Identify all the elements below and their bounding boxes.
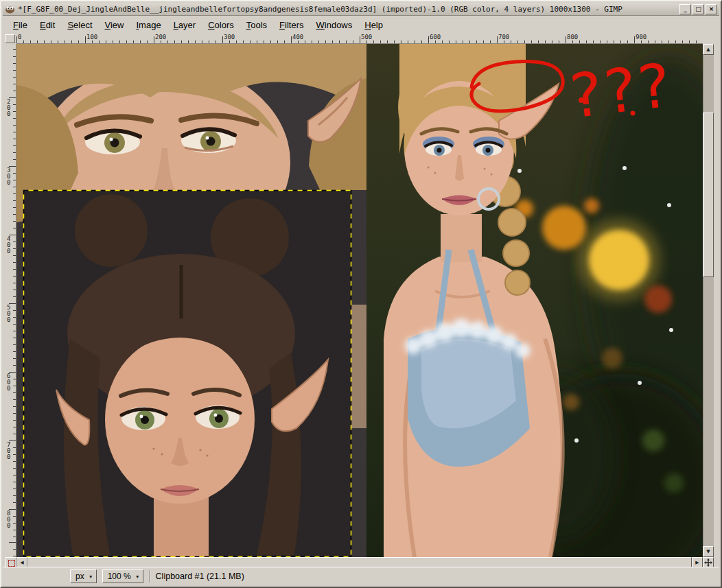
ruler-label: 800 [567,34,578,40]
unit-dropdown[interactable]: px ▼ [70,569,97,583]
zoom-dropdown[interactable]: 100 % ▼ [102,569,143,583]
ruler-label: 500 [361,34,372,40]
window-title: *[F_G8F_00_Dej_JingleAndBelle__jingleand… [18,5,677,14]
maximize-button[interactable]: □ [692,4,704,14]
ruler-label: 0 [18,34,21,40]
elf-girl [384,44,563,557]
menu-file[interactable]: File [7,18,34,32]
ruler-label: 100 [86,34,97,40]
window-controls: _ □ × [679,4,717,14]
ruler-label: 600 [430,34,441,40]
menu-view[interactable]: View [99,18,130,32]
menu-select[interactable]: Select [61,18,98,32]
vertical-scroll-thumb[interactable] [703,113,714,277]
menu-windows[interactable]: Windows [310,18,359,32]
menu-edit[interactable]: Edit [34,18,61,32]
chevron-down-icon: ▼ [89,574,93,579]
ruler-label: 500 [7,305,11,323]
menu-tools[interactable]: Tools [240,18,273,32]
horizontal-ruler[interactable]: 0 100 200 300 400 500 600 700 800 900 [16,34,703,44]
ruler-label: 200 [7,99,11,117]
canvas-artwork: ??? [16,44,703,557]
ruler-label: 700 [498,34,509,40]
chevron-down-icon: ▼ [135,574,140,579]
menu-filters[interactable]: Filters [273,18,310,32]
left-panel-render [16,44,366,557]
vertical-ruler[interactable]: 200 300 400 500 600 700 800 [5,44,16,557]
menu-help[interactable]: Help [358,18,389,32]
scroll-up-button[interactable]: ▲ [703,44,714,55]
menu-bar: File Edit Select View Image Layer Colors… [3,16,719,34]
ruler-label: 700 [7,442,11,460]
gimp-wilber-icon [5,5,15,14]
ruler-label: 600 [7,373,11,392]
ruler-corner[interactable] [5,34,15,43]
status-bar: px ▼ 100 % ▼ Clipboard #1 (21.1 MB) [3,567,719,585]
vertical-scrollbar[interactable]: ▲ ▼ [703,44,714,557]
christmas-elf-render: ??? [366,44,703,557]
gimp-window: *[F_G8F_00_Dej_JingleAndBelle__jingleand… [0,0,722,588]
menu-image[interactable]: Image [130,18,167,32]
scroll-down-button[interactable]: ▼ [703,546,714,557]
canvas[interactable]: ??? [16,44,703,557]
ruler-label: 800 [7,510,11,529]
ruler-label: 300 [224,34,235,40]
ruler-label: 200 [155,34,166,40]
menu-layer[interactable]: Layer [167,18,202,32]
menu-colors[interactable]: Colors [202,18,240,32]
unit-value: px [75,572,84,581]
ruler-label: 900 [636,34,647,40]
statusbar-separator [149,570,150,583]
work-area: 0 100 200 300 400 500 600 700 800 900 20… [3,34,721,568]
minimize-button[interactable]: _ [679,4,691,14]
status-message: Clipboard #1 (21.1 MB) [156,572,244,581]
brunette-render [23,190,351,557]
ruler-label: 300 [7,167,11,186]
annotation-text: ??? [566,49,677,132]
titlebar[interactable]: *[F_G8F_00_Dej_JingleAndBelle__jingleand… [3,3,719,16]
ruler-label: 400 [292,34,303,40]
close-button[interactable]: × [706,4,717,14]
ruler-label: 400 [7,236,11,255]
navigation-cross-icon [704,558,712,567]
zoom-value: 100 % [108,572,131,581]
